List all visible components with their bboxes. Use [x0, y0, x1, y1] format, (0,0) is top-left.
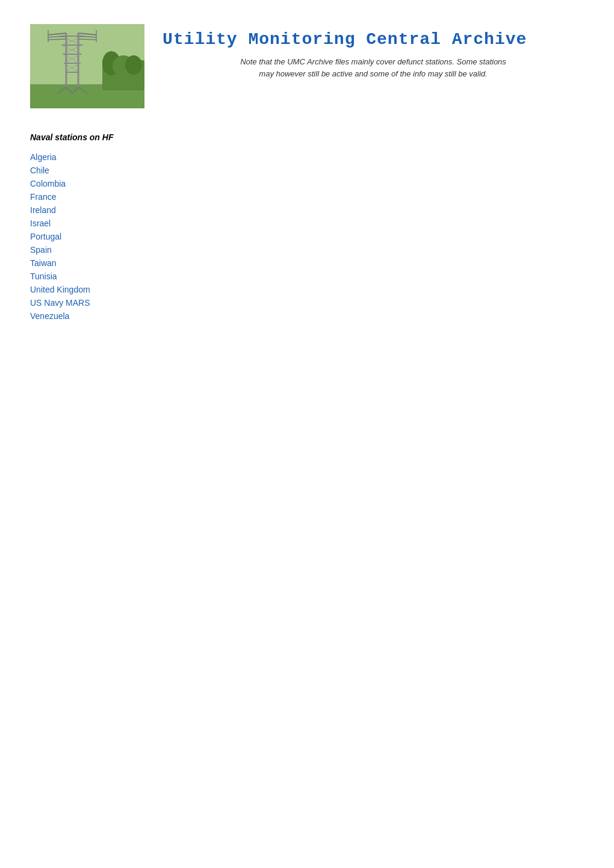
list-item: Tunisia: [30, 271, 584, 282]
country-link[interactable]: Ireland: [30, 205, 56, 215]
country-link[interactable]: Algeria: [30, 152, 57, 162]
header-section: Utility Monitoring Central Archive Note …: [30, 24, 584, 108]
title-section: Utility Monitoring Central Archive Note …: [163, 24, 584, 79]
country-link[interactable]: Chile: [30, 166, 49, 175]
country-link[interactable]: France: [30, 192, 57, 202]
list-item: Venezuela: [30, 311, 584, 321]
country-link[interactable]: Tunisia: [30, 271, 57, 281]
list-item: Chile: [30, 165, 584, 176]
section-heading: Naval stations on HF: [30, 132, 584, 142]
list-item: Colombia: [30, 178, 584, 189]
country-link[interactable]: United Kingdom: [30, 285, 90, 294]
list-item: Spain: [30, 244, 584, 255]
svg-point-5: [125, 55, 142, 75]
list-item: US Navy MARS: [30, 297, 584, 308]
page-container: Utility Monitoring Central Archive Note …: [0, 0, 614, 348]
note-line2: may however still be active and some of …: [259, 69, 487, 78]
country-link[interactable]: Portugal: [30, 232, 61, 241]
list-item: Portugal: [30, 231, 584, 242]
svg-line-26: [78, 39, 96, 40]
list-item: Algeria: [30, 152, 584, 163]
list-item: France: [30, 191, 584, 202]
country-link[interactable]: Colombia: [30, 179, 66, 188]
country-link[interactable]: Spain: [30, 245, 52, 255]
subtitle-note: Note that the UMC Archive files mainly c…: [163, 56, 584, 79]
note-line1: Note that the UMC Archive files mainly c…: [240, 57, 506, 66]
country-list: AlgeriaChileColombiaFranceIrelandIsraelP…: [30, 152, 584, 321]
country-link[interactable]: Taiwan: [30, 258, 57, 268]
list-item: United Kingdom: [30, 284, 584, 295]
main-title: Utility Monitoring Central Archive: [163, 30, 584, 49]
country-link[interactable]: Venezuela: [30, 311, 69, 321]
site-logo: [30, 24, 144, 108]
list-item: Israel: [30, 218, 584, 229]
list-item: Ireland: [30, 205, 584, 215]
list-item: Taiwan: [30, 258, 584, 268]
country-link[interactable]: Israel: [30, 219, 51, 228]
country-link[interactable]: US Navy MARS: [30, 298, 90, 308]
svg-line-23: [48, 39, 66, 40]
